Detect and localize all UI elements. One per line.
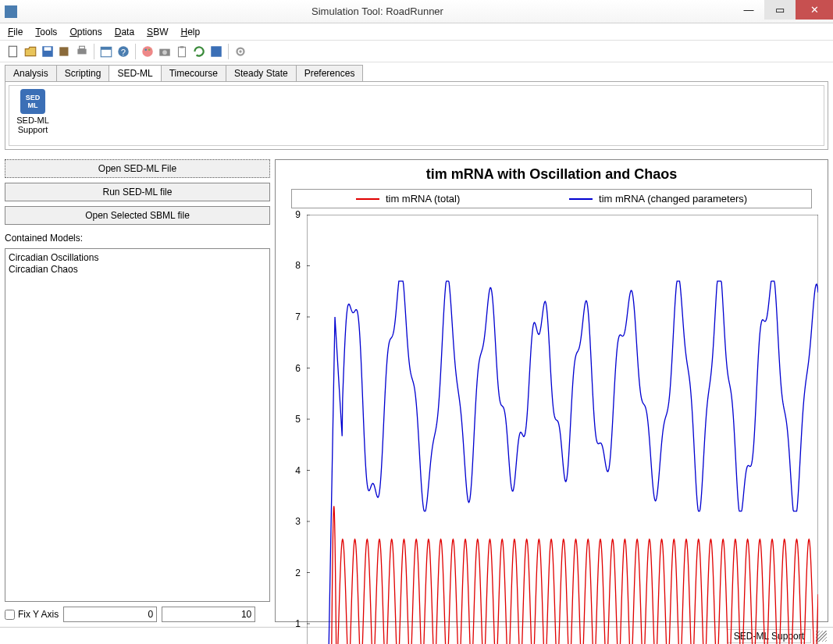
refresh-icon[interactable] xyxy=(192,44,206,59)
tab-timecourse[interactable]: Timecourse xyxy=(161,65,226,81)
open-sbml-button[interactable]: Open Selected SBML file xyxy=(5,206,270,225)
menu-sbw[interactable]: SBW xyxy=(147,27,168,37)
close-button[interactable]: ✕ xyxy=(796,0,833,20)
menu-options[interactable]: Options xyxy=(69,27,101,37)
legend-label-0: tim mRNA (total) xyxy=(386,193,460,205)
tab-steadystate[interactable]: Steady State xyxy=(226,65,297,81)
plot-area[interactable]: 0123456789 01002003004005006007008009001… xyxy=(307,215,818,644)
menu-help[interactable]: Help xyxy=(180,27,200,37)
legend-label-1: tim mRNA (changed parameters) xyxy=(599,193,747,205)
models-listbox[interactable]: Circadian Oscillations Circadian Chaos xyxy=(5,248,270,602)
sedml-icon: SEDML xyxy=(20,89,45,114)
clipboard-icon[interactable] xyxy=(175,44,189,59)
toolbar-separator xyxy=(135,44,136,59)
menu-tools[interactable]: Tools xyxy=(35,27,57,37)
ymax-input[interactable] xyxy=(162,607,255,622)
window-controls: — ▭ ✕ xyxy=(733,0,833,23)
fix-y-checkbox[interactable]: Fix Y Axis xyxy=(5,609,59,620)
gear-icon[interactable] xyxy=(233,44,247,59)
print-icon[interactable] xyxy=(75,44,89,59)
svg-rect-17 xyxy=(211,46,222,57)
camera-icon[interactable] xyxy=(158,44,172,59)
ribbon-sedml-support[interactable]: SEDML SED-ML Support xyxy=(9,86,56,134)
legend-item-1: tim mRNA (changed parameters) xyxy=(569,193,747,205)
open-icon[interactable] xyxy=(23,44,37,59)
fix-y-label: Fix Y Axis xyxy=(18,609,59,620)
run-sedml-button[interactable]: Run SED-ML file xyxy=(5,183,270,201)
legend: tim mRNA (total) tim mRNA (changed param… xyxy=(291,189,812,208)
open-sedml-button[interactable]: Open SED-ML File xyxy=(5,159,270,178)
tab-preferences[interactable]: Preferences xyxy=(296,65,364,81)
export-icon[interactable] xyxy=(58,44,72,59)
plot-svg xyxy=(307,215,818,644)
chart-title: tim mRNA with Oscillation and Chaos xyxy=(276,160,828,186)
left-panel: Open SED-ML File Run SED-ML file Open Se… xyxy=(5,159,270,622)
titlebar: Simulation Tool: RoadRunner — ▭ ✕ xyxy=(0,0,833,23)
svg-point-19 xyxy=(239,50,241,52)
y-axis-row: Fix Y Axis xyxy=(5,607,270,622)
menu-file[interactable]: File xyxy=(8,27,23,37)
tab-sedml[interactable]: SED-ML xyxy=(109,65,161,81)
ribbon-label: SED-ML Support xyxy=(9,116,56,134)
svg-rect-0 xyxy=(9,46,16,57)
list-item[interactable]: Circadian Oscillations xyxy=(9,252,266,264)
window-title: Simulation Tool: RoadRunner xyxy=(22,5,733,17)
contained-models-label: Contained Models: xyxy=(5,233,270,244)
ymin-input[interactable] xyxy=(63,607,157,622)
svg-rect-5 xyxy=(80,46,85,48)
sbw-icon[interactable] xyxy=(209,44,223,59)
tab-strip: Analysis Scripting SED-ML Timecourse Ste… xyxy=(0,62,833,81)
app-icon xyxy=(5,5,17,18)
list-item[interactable]: Circadian Chaos xyxy=(9,264,266,276)
ribbon-panel: SEDML SED-ML Support xyxy=(9,85,824,146)
main-area: Open SED-ML File Run SED-ML file Open Se… xyxy=(0,155,833,627)
svg-text:?: ? xyxy=(121,47,126,56)
minimize-button[interactable]: — xyxy=(733,0,764,20)
svg-rect-4 xyxy=(77,48,86,54)
svg-point-12 xyxy=(148,48,151,51)
svg-rect-2 xyxy=(44,47,52,51)
svg-point-11 xyxy=(144,48,147,51)
save-icon[interactable] xyxy=(41,44,55,59)
menubar: File Tools Options Data SBW Help xyxy=(0,23,833,41)
menu-data[interactable]: Data xyxy=(115,27,134,37)
maximize-button[interactable]: ▭ xyxy=(764,0,796,20)
new-icon[interactable] xyxy=(6,44,20,59)
svg-rect-15 xyxy=(179,47,186,56)
toolbar-separator xyxy=(228,44,229,59)
tab-analysis[interactable]: Analysis xyxy=(5,65,57,81)
y-axis-ticks: 0123456789 xyxy=(282,215,304,644)
tab-scripting[interactable]: Scripting xyxy=(56,65,110,81)
calendar-icon[interactable] xyxy=(99,44,113,59)
tab-content: SEDML SED-ML Support xyxy=(5,81,828,150)
svg-rect-16 xyxy=(180,46,184,48)
toolbar: ? xyxy=(0,41,833,62)
legend-swatch-1 xyxy=(569,198,593,200)
toolbar-separator xyxy=(94,44,94,59)
legend-item-0: tim mRNA (total) xyxy=(356,193,460,205)
svg-point-10 xyxy=(142,46,153,57)
help-icon[interactable]: ? xyxy=(116,44,130,59)
svg-point-14 xyxy=(162,50,167,55)
svg-rect-7 xyxy=(101,47,112,49)
svg-rect-3 xyxy=(59,47,68,55)
chart-panel: tim mRNA with Oscillation and Chaos tim … xyxy=(275,159,828,622)
legend-swatch-0 xyxy=(356,198,379,200)
palette-icon[interactable] xyxy=(141,44,155,59)
fix-y-input[interactable] xyxy=(5,610,15,620)
